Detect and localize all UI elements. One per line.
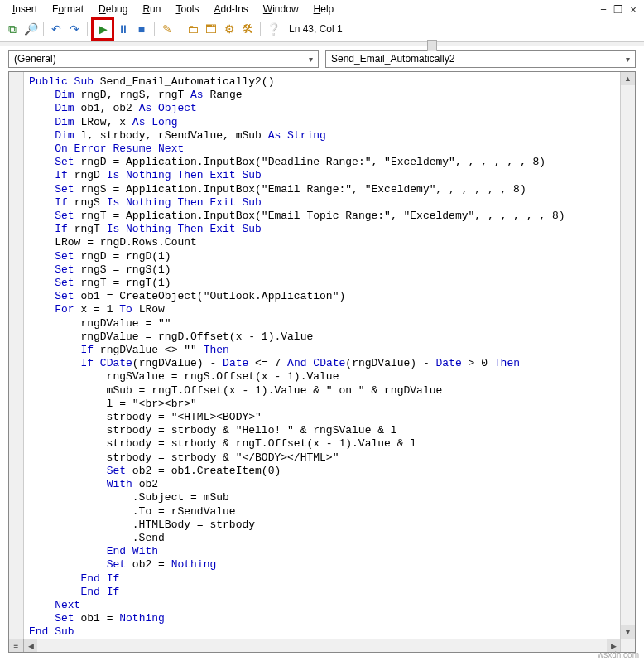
code-editor: Public Sub Send_Email_Automatically2() D… <box>8 71 636 653</box>
cursor-position-status: Ln 43, Col 1 <box>289 23 343 35</box>
object-browser-icon[interactable]: ⚙ <box>222 22 237 36</box>
export-icon[interactable]: ⧉ <box>5 22 20 36</box>
project-explorer-icon[interactable]: 🗀 <box>185 22 200 36</box>
toolbar-divider <box>0 41 644 46</box>
menu-debug[interactable]: Debug <box>91 2 135 17</box>
procedure-combo-value: Send_Email_Automatically2 <box>331 53 454 65</box>
stop-icon[interactable]: ■ <box>134 22 149 36</box>
menu-addins[interactable]: Add-Ins <box>206 2 255 17</box>
toolbar-separator <box>180 22 180 36</box>
menu-format[interactable]: Format <box>45 2 91 17</box>
chevron-down-icon: ▾ <box>626 55 630 64</box>
help-icon[interactable]: ❔ <box>266 22 281 36</box>
minimize-button[interactable]: − <box>598 3 609 16</box>
menu-insert[interactable]: Insert <box>5 2 45 17</box>
code-text[interactable]: Public Sub Send_Email_Automatically2() D… <box>24 72 620 652</box>
toolbar-separator <box>43 22 44 36</box>
menu-help[interactable]: Help <box>306 2 342 17</box>
menu-window[interactable]: Window <box>256 2 306 17</box>
procedure-view-button[interactable]: ≡ <box>9 639 24 652</box>
toolbox-icon[interactable]: 🛠 <box>240 22 255 36</box>
scroll-up-icon[interactable]: ▲ <box>621 72 635 85</box>
redo-icon[interactable]: ↷ <box>67 22 82 36</box>
close-button[interactable]: × <box>627 3 639 16</box>
toolbar-separator <box>154 22 155 36</box>
toolbar-separator <box>260 22 261 36</box>
pause-icon[interactable]: ⏸ <box>116 22 131 36</box>
scroll-down-icon[interactable]: ▼ <box>621 625 635 639</box>
code-gutter <box>9 72 24 652</box>
menu-tools[interactable]: Tools <box>168 2 206 17</box>
properties-icon[interactable]: 🗔 <box>204 22 219 36</box>
restore-button[interactable]: ❐ <box>613 3 624 16</box>
scope-combo-value: (General) <box>14 53 56 65</box>
vertical-scrollbar[interactable]: ▲ ▼ <box>620 72 635 652</box>
window-controls: − ❐ × <box>598 3 639 16</box>
code-dropdown-row: (General) ▾ Send_Email_Automatically2 ▾ <box>0 46 644 71</box>
watermark-text: wsxdn.com <box>598 650 639 659</box>
procedure-combo[interactable]: Send_Email_Automatically2 ▾ <box>325 50 636 68</box>
toolbar: ⧉ 🔎 ↶ ↷ ▶ ⏸ ■ ✎ 🗀 🗔 ⚙ 🛠 ❔ Ln 43, Col 1 <box>0 18 644 41</box>
find-icon[interactable]: 🔎 <box>23 22 38 36</box>
menu-bar: Insert Format Debug Run Tools Add-Ins Wi… <box>0 0 644 18</box>
run-button-highlight: ▶ <box>91 17 114 41</box>
scope-combo[interactable]: (General) ▾ <box>8 50 319 68</box>
toolbar-separator <box>87 22 88 36</box>
undo-icon[interactable]: ↶ <box>49 22 64 36</box>
scroll-left-icon[interactable]: ◀ <box>24 639 37 652</box>
design-mode-icon[interactable]: ✎ <box>160 22 175 36</box>
run-icon[interactable]: ▶ <box>95 22 110 36</box>
menu-run[interactable]: Run <box>135 2 168 17</box>
horizontal-scrollbar[interactable]: ◀ ▶ <box>24 639 620 652</box>
chevron-down-icon: ▾ <box>309 55 313 64</box>
